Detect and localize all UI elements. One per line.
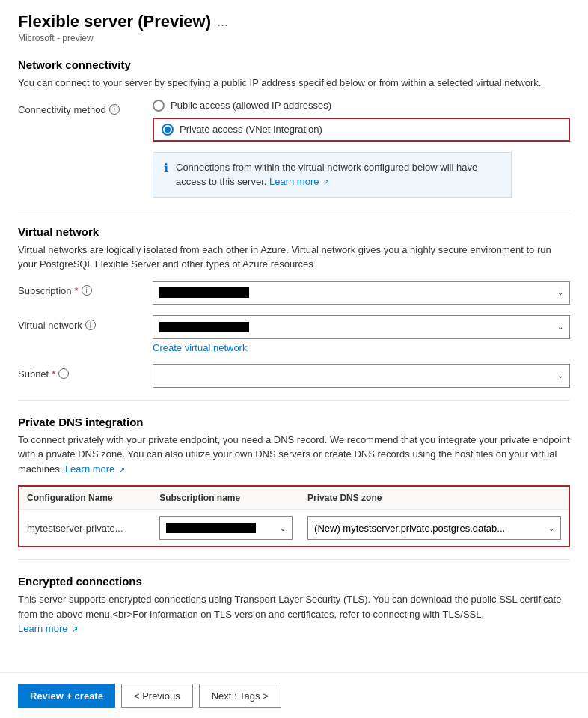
divider-1 <box>18 210 570 210</box>
private-dns-section: Private DNS integration To connect priva… <box>18 416 570 548</box>
dns-table-header-row: Configuration Name Subscription name Pri… <box>19 487 569 510</box>
info-banner-learn-more[interactable]: Learn more ↗ <box>269 176 329 187</box>
subnet-dropdown[interactable]: ⌄ <box>153 364 570 388</box>
divider-2 <box>18 400 570 401</box>
public-access-radio[interactable]: Public access (allowed IP addresses) <box>153 100 570 112</box>
create-virtual-network-link[interactable]: Create virtual network <box>153 342 570 353</box>
connectivity-radio-group: Public access (allowed IP addresses) Pri… <box>153 100 570 142</box>
network-connectivity-section: Network connectivity You can connect to … <box>18 58 570 198</box>
connectivity-method-row: Connectivity method i Public access (all… <box>18 100 570 142</box>
virtual-network-dropdown[interactable]: ⌄ <box>153 315 570 339</box>
virtual-network-dropdown-wrapper: ⌄ Create virtual network <box>153 315 570 353</box>
info-banner-icon: ℹ <box>164 161 168 175</box>
previous-button[interactable]: < Previous <box>121 684 193 708</box>
network-connectivity-desc: You can connect to your server by specif… <box>18 76 570 91</box>
table-row: mytestserver-private... ⌄ (New) mytestse… <box>19 510 569 547</box>
encrypted-connections-title: Encrypted connections <box>18 575 570 588</box>
dns-zone-cell: (New) mytestserver.private.postgres.data… <box>300 510 569 547</box>
virtual-network-label: Virtual network i <box>18 315 153 331</box>
subnet-label: Subnet * i <box>18 364 153 380</box>
virtual-network-desc: Virtual networks are logically isolated … <box>18 243 570 272</box>
virtual-network-value <box>159 322 249 332</box>
page-title: Flexible server (Preview) <box>18 12 211 31</box>
dns-subscription-arrow: ⌄ <box>280 524 286 532</box>
private-access-radio-box[interactable]: Private access (VNet Integration) <box>153 118 570 142</box>
dns-learn-more-link[interactable]: Learn more ↗ <box>65 463 125 475</box>
public-access-radio-circle <box>153 100 165 112</box>
review-create-button[interactable]: Review + create <box>18 684 115 708</box>
subnet-dropdown-arrow: ⌄ <box>557 371 563 380</box>
virtual-network-title: Virtual network <box>18 225 570 238</box>
ellipsis-menu[interactable]: ... <box>217 14 228 30</box>
encrypted-learn-more-link[interactable]: Learn more ↗ <box>18 623 78 634</box>
page-subtitle: Microsoft - preview <box>18 33 570 43</box>
dns-col-dns-zone: Private DNS zone <box>300 487 569 510</box>
private-dns-desc: To connect privately with your private e… <box>18 433 570 477</box>
subscription-label: Subscription * i <box>18 281 153 296</box>
dns-zone-value: (New) mytestserver.private.postgres.data… <box>314 523 505 534</box>
virtual-network-section: Virtual network Virtual networks are log… <box>18 225 570 388</box>
dns-learn-more-external-icon: ↗ <box>119 466 125 474</box>
learn-more-external-icon: ↗ <box>323 178 329 186</box>
subscription-row: Subscription * i ⌄ <box>18 281 570 305</box>
connectivity-options: Public access (allowed IP addresses) Pri… <box>153 100 570 142</box>
subnet-info-icon[interactable]: i <box>58 368 69 379</box>
virtual-network-info-icon[interactable]: i <box>85 320 96 330</box>
connectivity-info-icon[interactable]: i <box>109 104 120 115</box>
info-banner-text: Connections from within the virtual netw… <box>176 160 500 189</box>
dns-config-name: mytestserver-private... <box>19 510 152 547</box>
subscription-info-icon[interactable]: i <box>82 285 92 296</box>
dns-table-body: mytestserver-private... ⌄ (New) mytestse… <box>19 510 569 547</box>
private-access-info-banner: ℹ Connections from within the virtual ne… <box>153 152 512 198</box>
dns-table: Configuration Name Subscription name Pri… <box>19 487 569 546</box>
virtual-network-row: Virtual network i ⌄ Create virtual netwo… <box>18 315 570 353</box>
private-access-radio-circle <box>162 124 174 136</box>
subnet-row: Subnet * i ⌄ <box>18 364 570 388</box>
encrypted-connections-section: Encrypted connections This server suppor… <box>18 575 570 636</box>
connectivity-method-label: Connectivity method i <box>18 100 153 115</box>
subnet-dropdown-wrapper: ⌄ <box>153 364 570 388</box>
next-button[interactable]: Next : Tags > <box>199 684 281 708</box>
dns-col-subscription-name: Subscription name <box>152 487 300 510</box>
subscription-required: * <box>75 285 79 296</box>
dns-col-config-name: Configuration Name <box>19 487 152 510</box>
network-connectivity-title: Network connectivity <box>18 58 570 71</box>
private-access-label: Private access (VNet Integration) <box>180 124 322 135</box>
encrypted-connections-desc: This server supports encrypted connectio… <box>18 592 570 636</box>
subscription-dropdown[interactable]: ⌄ <box>153 281 570 305</box>
private-dns-title: Private DNS integration <box>18 416 570 428</box>
dns-subscription-cell: ⌄ <box>152 510 300 547</box>
public-access-label: Public access (allowed IP addresses) <box>171 100 331 111</box>
dns-subscription-value <box>166 523 256 533</box>
dns-table-head: Configuration Name Subscription name Pri… <box>19 487 569 510</box>
dns-subscription-dropdown[interactable]: ⌄ <box>159 516 293 540</box>
dns-zone-dropdown[interactable]: (New) mytestserver.private.postgres.data… <box>307 516 561 540</box>
encrypted-learn-more-external-icon: ↗ <box>72 625 78 633</box>
subscription-value <box>159 287 249 298</box>
subscription-dropdown-arrow: ⌄ <box>557 288 563 296</box>
divider-3 <box>18 559 570 560</box>
subscription-dropdown-wrapper: ⌄ <box>153 281 570 305</box>
page-header: Flexible server (Preview) ... <box>18 12 570 31</box>
dns-table-wrapper: Configuration Name Subscription name Pri… <box>18 485 570 547</box>
footer-bar: Review + create < Previous Next : Tags > <box>0 672 588 718</box>
virtual-network-dropdown-arrow: ⌄ <box>557 323 563 331</box>
dns-zone-arrow: ⌄ <box>548 524 554 532</box>
subnet-required: * <box>52 368 55 380</box>
